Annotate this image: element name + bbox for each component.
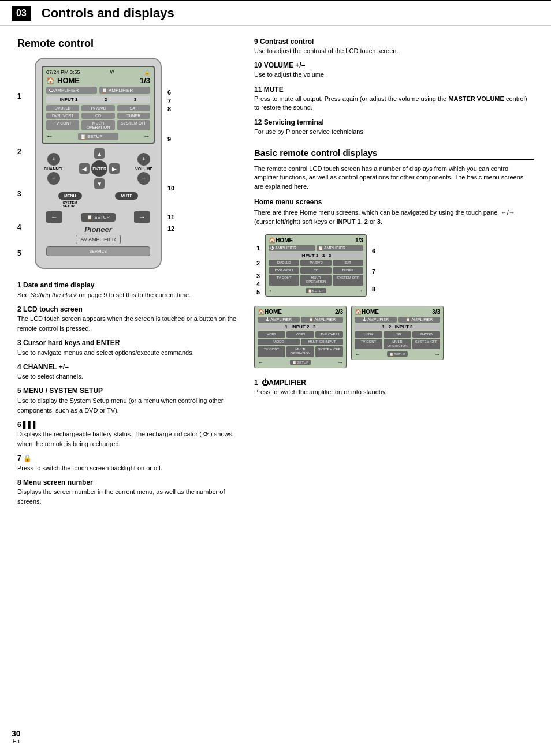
mini-source-s3-2: TV CONT MULTI OPERATION SYSTEM OFF [355, 339, 440, 349]
dpad-down-btn[interactable]: ▼ [94, 178, 105, 189]
dpad-up-btn[interactable]: ▲ [94, 148, 105, 159]
left-column: Remote control 1 2 3 4 5 07/24 PM 3:55 [17, 38, 237, 512]
multi-op-btn[interactable]: MULTI OPERATION [81, 120, 114, 130]
right-descriptions: 9 Contrast control Use to adjust the con… [254, 38, 534, 136]
home-menu-text: There are three Home menu screens, which… [254, 208, 534, 226]
tv-cont-btn[interactable]: TV CONT [46, 120, 79, 130]
arrow-right-btn[interactable]: → [134, 211, 150, 223]
h1-rlabel-8: 8 [372, 286, 375, 293]
mini-lcd-3: 🏠 HOME 3/3 ⏻ AMPLIFIER 📋 AMPLIFIER 1 [351, 306, 444, 361]
menu-section: MENU SYSTEMSETUP MUTE [42, 192, 155, 208]
mini-tv-dvd[interactable]: TV /DVD [300, 260, 331, 266]
mini-amp-btn-1[interactable]: ⏻AMPLIFIER [269, 245, 315, 251]
desc-1: 1 Date and time display See Setting the … [17, 280, 237, 300]
mini-lcd-1: 🏠 HOME 1/3 ⏻AMPLIFIER [265, 234, 367, 297]
dpad-container: ▲ ▼ ◀ ▶ ENTER [79, 148, 120, 189]
left-descriptions: 1 Date and time display See Setting the … [17, 280, 237, 507]
mini-source-s2-3: TV CONT MULTI OPERATION SYSTEM OFF [258, 346, 343, 357]
home-menu-title: Home menu screens [254, 198, 534, 206]
mini-sys-off[interactable]: SYSTEM OFF [333, 275, 363, 285]
h1-label-2: 2 [256, 260, 260, 267]
desc-4: 4 CHANNEL +/– Use to select channels. [17, 362, 237, 382]
home-screen-1: 1 2 3 4 5 🏠 HOME [254, 234, 375, 300]
page-footer: 30 En [12, 729, 21, 744]
menu-btn-group: MENU SYSTEMSETUP [58, 192, 82, 208]
basic-remote-section: Basic remote control displays The remote… [254, 148, 534, 396]
setup-remote-btn[interactable]: 📋 SETUP [81, 213, 116, 222]
page-number: 30 [12, 729, 21, 738]
amplifier-btn-2[interactable]: 📋 AMPLIFIER [99, 87, 150, 94]
label-4: 4 [17, 223, 29, 231]
mini-tv-cont[interactable]: TV CONT [269, 275, 299, 285]
mini-tuner[interactable]: TUNER [333, 267, 363, 274]
remote-control-section: Remote control 1 2 3 4 5 07/24 PM 3:55 [17, 38, 237, 507]
rlabel-10: 10 [167, 165, 174, 211]
basic-section-title: Basic remote control displays [254, 148, 534, 160]
channel-plus-btn[interactable]: + [47, 153, 60, 166]
rlabel-11: 11 [167, 211, 174, 223]
page-title: Controls and displays [42, 6, 174, 21]
tuner-btn[interactable]: TUNER [117, 113, 150, 119]
cd-btn[interactable]: CD [81, 113, 114, 119]
lcd-screen: 07/24 PM 3:55 /// 🔒 🏠 HOME 1/3 [42, 66, 155, 144]
mini-multi-op[interactable]: MULTI OPERATION [300, 275, 331, 285]
sys-off-btn[interactable]: SYSTEM OFF [117, 120, 150, 130]
mini-source-2: DVR /VCR1 CD TUNER [269, 267, 363, 274]
right-column: 9 Contrast control Use to adjust the con… [254, 38, 534, 512]
battery-indicator: /// [110, 69, 114, 75]
mini-amp-btn-2[interactable]: 📋AMPLIFIER [317, 245, 363, 251]
label-3: 3 [17, 190, 29, 198]
dvr-vcr1-btn[interactable]: DVR /VCR1 [46, 113, 79, 119]
mini-dvd-ld[interactable]: DVD /LD [269, 260, 299, 266]
setup-btn-lcd[interactable]: 📋 SETUP [78, 133, 118, 140]
desc-11: 11 MUTE Press to mute all output. Press … [254, 85, 534, 113]
mini-setup-1[interactable]: 📋SETUP [306, 288, 326, 293]
backlight-icon: 🔒 [144, 69, 150, 75]
desc-9: 9 Contrast control Use to adjust the con… [254, 38, 534, 55]
tv-dvd-btn[interactable]: TV /DVD [81, 105, 114, 111]
dpad-left-btn[interactable]: ◀ [79, 163, 90, 174]
home-screens-small-row: 🏠 HOME 2/3 ⏻ AMPLIFIER 📋 AMPLIFIER 1 [254, 306, 534, 370]
remote-left-labels: 1 2 3 4 5 [17, 58, 29, 269]
remote-body: 07/24 PM 3:55 /// 🔒 🏠 HOME 1/3 [35, 58, 162, 269]
mini-cd[interactable]: CD [300, 267, 331, 274]
language-code: En [13, 738, 20, 744]
date-time-display: 07/24 PM 3:55 [46, 69, 80, 75]
menu-btn[interactable]: MENU [58, 192, 82, 200]
rlabel-7: 7 [167, 97, 174, 105]
h1-rlabel-6: 6 [372, 248, 375, 255]
desc-7: 7 🔒 Press to switch the touch screen bac… [17, 454, 237, 473]
av-amplifier-label: AV AMPLIFIER [76, 235, 121, 244]
basic-intro-text: The remote control LCD touch screen has … [254, 164, 534, 191]
volume-plus-btn[interactable]: + [137, 153, 150, 166]
mini-dvr-vcr1[interactable]: DVR /VCR1 [269, 267, 299, 274]
mini-input3-row: 1 2 INPUT 3 [355, 324, 440, 330]
mini-sat[interactable]: SAT [333, 260, 363, 266]
setup-icon: 📋 [87, 215, 92, 220]
mute-btn-group: MUTE [115, 192, 138, 208]
pioneer-logo: Pioneer [42, 225, 155, 234]
sat-btn[interactable]: SAT [117, 105, 150, 111]
mini-source-1: DVD /LD TV /DVD SAT [269, 260, 363, 266]
setup-text: SETUP [94, 215, 110, 220]
dvd-ld-btn[interactable]: DVD /LD [46, 105, 79, 111]
volume-label: VOLUME [135, 167, 152, 171]
mini-source-s2-2: VIDEO MULTI CH INPUT [258, 339, 343, 345]
page-header: 03 Controls and displays [0, 0, 551, 26]
mini-input1-row: INPUT 1 2 3 [269, 252, 363, 259]
mute-btn[interactable]: MUTE [115, 192, 138, 200]
channel-minus-btn[interactable]: – [47, 172, 60, 185]
volume-minus-btn[interactable]: – [137, 172, 150, 185]
h1-label-1: 1 [256, 245, 260, 252]
h1-rlabel-7: 7 [372, 268, 375, 275]
mini-nav-3: ← 📋 SETUP → [355, 351, 440, 357]
arrow-left-btn[interactable]: ← [46, 211, 62, 223]
desc-10: 10 VOLUME +/– Use to adjust the volume. [254, 61, 534, 79]
home-lcd-1: 🏠 HOME 1/3 ⏻AMPLIFIER [265, 234, 367, 300]
mini-lcd-3-header: 🏠 HOME 3/3 [355, 309, 440, 315]
input2-num: 2 [105, 97, 107, 102]
home-diagram-1: 1 2 3 4 5 🏠 HOME [254, 234, 375, 300]
enter-btn[interactable]: ENTER [91, 160, 107, 177]
amplifier-btn-1[interactable]: ⏻ AMPLIFIER [46, 87, 97, 94]
dpad-right-btn[interactable]: ▶ [109, 163, 120, 174]
